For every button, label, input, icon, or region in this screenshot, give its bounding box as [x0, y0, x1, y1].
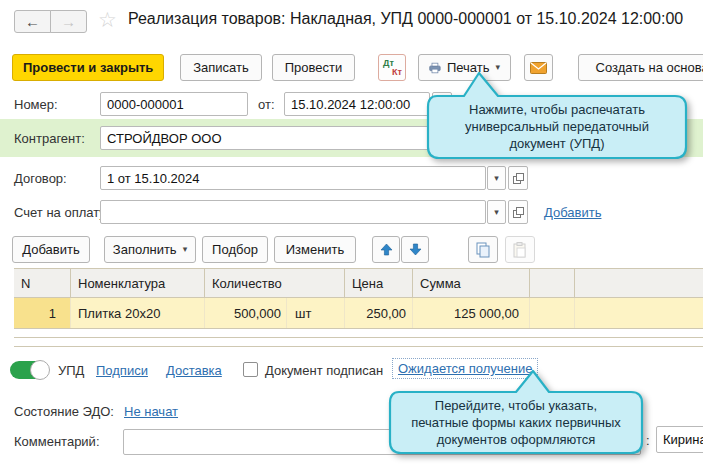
contract-open-button[interactable] — [508, 166, 528, 190]
edit-button[interactable]: Изменить — [274, 236, 356, 263]
forward-button[interactable]: → — [50, 10, 87, 33]
cell-price: 250,00 — [345, 298, 413, 328]
header-n[interactable]: N — [14, 269, 71, 297]
post-button[interactable]: Провести — [272, 54, 355, 81]
chevron-down-icon: ▾ — [494, 174, 499, 183]
table-footer-strip — [14, 337, 703, 347]
arrow-down-icon — [409, 243, 422, 256]
invoice-open-button[interactable] — [508, 200, 528, 224]
counterparty-label: Контрагент: — [14, 131, 85, 146]
print-hint-text: Нажмите, чтобы распечатать универсальный… — [432, 101, 682, 152]
date-input[interactable] — [284, 92, 430, 116]
table-row[interactable]: 1 Плитка 20x20 500,000 шт 250,00 125 000… — [14, 298, 703, 329]
hint-line: документов оформляются — [396, 431, 636, 448]
hint-line: Нажмите, чтобы распечатать — [432, 101, 682, 118]
copy-rows-button[interactable] — [468, 236, 498, 263]
cell-spacer — [530, 298, 575, 328]
hint-line: печатные формы каких первичных — [396, 414, 636, 431]
header-spacer — [575, 269, 703, 297]
counterparty-input[interactable] — [100, 126, 456, 150]
cell-sum: 125 000,00 — [413, 298, 530, 328]
dtkt-postings-button[interactable]: Дт Кт — [378, 54, 406, 81]
edo-state-label: Состояние ЭДО: — [14, 404, 114, 419]
edo-state-link[interactable]: Не начат — [124, 404, 178, 419]
open-link-icon — [513, 173, 524, 184]
open-link-icon — [513, 207, 524, 218]
back-button[interactable]: ← — [14, 10, 51, 33]
header-spacer — [530, 269, 575, 297]
document-signed-label: Документ подписан — [265, 363, 383, 378]
comment-label: Комментарий: — [14, 434, 100, 449]
credit-label: Кт — [392, 67, 402, 77]
contract-label: Договор: — [14, 171, 67, 186]
paste-rows-button[interactable] — [505, 236, 535, 263]
post-and-close-button[interactable]: Провести и закрыть — [12, 54, 164, 81]
move-down-button[interactable] — [401, 236, 429, 263]
chevron-down-icon: ▾ — [183, 245, 188, 254]
copy-icon — [475, 242, 491, 258]
upd-label: УПД — [58, 363, 84, 378]
contract-dropdown-button[interactable]: ▾ — [487, 166, 506, 190]
back-arrow-icon: ← — [25, 13, 40, 30]
chevron-down-icon: ▾ — [494, 208, 499, 217]
document-signed-checkbox[interactable] — [243, 362, 258, 377]
header-item[interactable]: Номенклатура — [71, 269, 205, 297]
items-table-header: N Номенклатура Количество Цена Сумма — [14, 268, 703, 298]
cell-unit: шт — [287, 298, 345, 328]
cell-spacer — [575, 298, 703, 328]
document-window: ← → ☆ Реализация товаров: Накладная, УПД… — [0, 0, 703, 467]
pick-button[interactable]: Подбор — [202, 236, 268, 263]
delivery-link[interactable]: Доставка — [166, 363, 222, 378]
hint-line: Перейдите, чтобы указать, — [396, 397, 636, 414]
add-invoice-link[interactable]: Добавить — [544, 205, 601, 220]
contract-input[interactable] — [100, 166, 486, 190]
arrow-up-icon — [380, 243, 393, 256]
move-up-button[interactable] — [372, 236, 400, 263]
header-qty[interactable]: Количество — [205, 269, 345, 297]
signatures-link[interactable]: Подписи — [96, 363, 148, 378]
add-row-button[interactable]: Добавить — [12, 236, 90, 263]
invoice-label: Счет на оплату: — [14, 205, 109, 220]
save-button[interactable]: Записать — [180, 54, 262, 81]
header-price[interactable]: Цена — [345, 269, 413, 297]
invoice-input[interactable] — [100, 200, 486, 224]
hint-line: документ (УПД) — [432, 135, 682, 152]
cell-quantity: 500,000 — [205, 298, 287, 328]
awaiting-hint-text: Перейдите, чтобы указать, печатные формы… — [396, 397, 636, 448]
page-title: Реализация товаров: Накладная, УПД 0000-… — [128, 10, 703, 28]
number-input[interactable] — [100, 92, 248, 116]
responsible-input[interactable] — [656, 426, 703, 453]
paste-icon — [512, 242, 528, 258]
number-label: Номер: — [14, 97, 58, 112]
fill-button[interactable]: Заполнить ▾ — [104, 236, 196, 263]
cell-item-name: Плитка 20x20 — [71, 298, 205, 328]
forward-arrow-icon: → — [61, 13, 76, 30]
upd-toggle[interactable] — [10, 361, 48, 379]
fill-label: Заполнить — [113, 242, 177, 257]
invoice-dropdown-button[interactable]: ▾ — [487, 200, 506, 224]
header-sum[interactable]: Сумма — [413, 269, 530, 297]
toggle-knob — [30, 360, 50, 380]
cell-row-number: 1 — [14, 298, 71, 328]
date-from-label: от: — [258, 97, 275, 112]
hint-line: универсальный передаточный — [432, 118, 682, 135]
favorite-star-icon[interactable]: ☆ — [98, 8, 117, 32]
